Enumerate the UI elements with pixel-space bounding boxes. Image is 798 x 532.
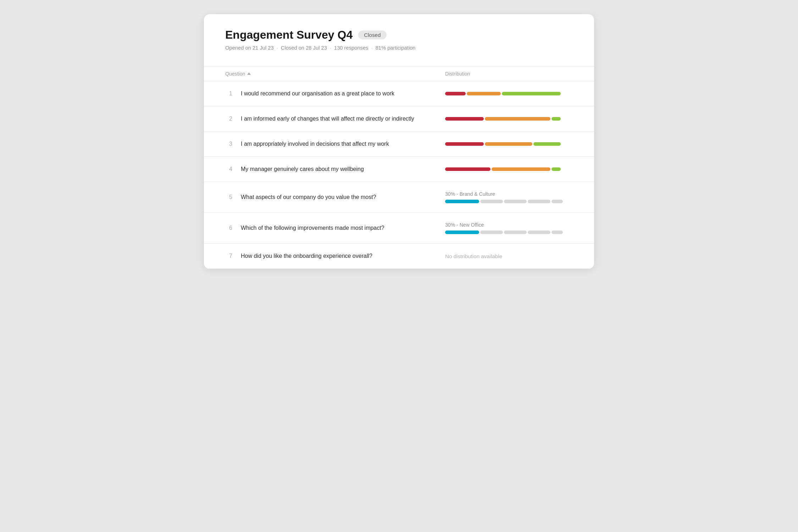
bar-row bbox=[445, 167, 573, 171]
title-row: Engagement Survey Q4 Closed bbox=[225, 28, 573, 41]
question-text: I am informed early of changes that will… bbox=[241, 116, 414, 122]
question-number: 2 bbox=[225, 116, 232, 122]
distribution-cell: 30% - Brand & Culture bbox=[445, 191, 573, 203]
question-number: 1 bbox=[225, 90, 232, 97]
bar-segment bbox=[485, 117, 551, 121]
question-number: 5 bbox=[225, 194, 232, 200]
bar-segment bbox=[480, 231, 503, 234]
survey-card: Engagement Survey Q4 Closed Opened on 21… bbox=[204, 14, 594, 269]
col-distribution-header: Distribution bbox=[445, 71, 573, 77]
bar-segment bbox=[445, 200, 479, 203]
sort-icon bbox=[247, 72, 251, 75]
table-row[interactable]: 5 What aspects of our company do you val… bbox=[204, 182, 594, 213]
meta-closed: Closed on 28 Jul 23 bbox=[281, 45, 327, 51]
table-header: Question Distribution bbox=[204, 66, 594, 81]
bar-segment bbox=[552, 167, 561, 171]
bar-segment bbox=[528, 200, 550, 203]
meta-sep-2: · bbox=[330, 45, 331, 51]
bar-segment bbox=[445, 117, 484, 121]
bar-segment bbox=[492, 167, 550, 171]
question-left: 5 What aspects of our company do you val… bbox=[225, 194, 445, 200]
meta-responses: 130 responses bbox=[334, 45, 368, 51]
bar-segment bbox=[467, 92, 501, 95]
bar-segment bbox=[504, 200, 527, 203]
bar-row bbox=[445, 142, 573, 146]
distribution-cell bbox=[445, 167, 573, 171]
bar-row bbox=[445, 117, 573, 121]
bar-row bbox=[445, 92, 573, 95]
question-left: 1 I would recommend our organisation as … bbox=[225, 90, 445, 97]
question-left: 7 How did you like the onboarding experi… bbox=[225, 253, 445, 259]
survey-title: Engagement Survey Q4 bbox=[225, 28, 353, 41]
table-row[interactable]: 3 I am appropriately involved in decisio… bbox=[204, 132, 594, 157]
col-question-header[interactable]: Question bbox=[225, 71, 251, 77]
question-text: I would recommend our organisation as a … bbox=[241, 90, 394, 97]
bar-segment bbox=[445, 231, 479, 234]
question-left: 4 My manager genuinely cares about my we… bbox=[225, 166, 445, 172]
question-number: 6 bbox=[225, 225, 232, 231]
bar-segment bbox=[445, 92, 466, 95]
question-text: How did you like the onboarding experien… bbox=[241, 253, 372, 259]
meta-opened: Opened on 21 Jul 23 bbox=[225, 45, 274, 51]
distribution-cell bbox=[445, 142, 573, 146]
question-text: I am appropriately involved in decisions… bbox=[241, 141, 389, 147]
bar-row bbox=[445, 231, 573, 234]
survey-header: Engagement Survey Q4 Closed Opened on 21… bbox=[204, 14, 594, 58]
distribution-cell bbox=[445, 92, 573, 95]
distribution-cell bbox=[445, 117, 573, 121]
question-left: 2 I am informed early of changes that wi… bbox=[225, 116, 445, 122]
bar-segment bbox=[552, 231, 563, 234]
bar-segment bbox=[445, 167, 491, 171]
bar-segment bbox=[485, 142, 532, 146]
question-text: What aspects of our company do you value… bbox=[241, 194, 376, 200]
bar-segment bbox=[533, 142, 561, 146]
distribution-cell: 30% - New Office bbox=[445, 222, 573, 234]
table-row[interactable]: 4 My manager genuinely cares about my we… bbox=[204, 157, 594, 182]
questions-list: 1 I would recommend our organisation as … bbox=[204, 81, 594, 269]
status-badge: Closed bbox=[358, 31, 386, 39]
question-left: 6 Which of the following improvements ma… bbox=[225, 225, 445, 231]
bar-segment bbox=[504, 231, 527, 234]
meta-sep-1: · bbox=[277, 45, 278, 51]
bar-segment bbox=[552, 200, 563, 203]
question-left: 3 I am appropriately involved in decisio… bbox=[225, 141, 445, 147]
bar-segment bbox=[502, 92, 561, 95]
no-distribution-label: No distribution available bbox=[445, 253, 502, 259]
bar-row bbox=[445, 200, 573, 203]
table-row[interactable]: 2 I am informed early of changes that wi… bbox=[204, 106, 594, 132]
question-text: Which of the following improvements made… bbox=[241, 225, 384, 231]
bar-segment bbox=[445, 142, 484, 146]
meta-sep-3: · bbox=[371, 45, 373, 51]
dist-label: 30% - New Office bbox=[445, 222, 484, 228]
dist-label: 30% - Brand & Culture bbox=[445, 191, 495, 197]
meta-participation: 81% participation bbox=[376, 45, 416, 51]
meta-row: Opened on 21 Jul 23 · Closed on 28 Jul 2… bbox=[225, 45, 573, 51]
bar-segment bbox=[480, 200, 503, 203]
table-row[interactable]: 7 How did you like the onboarding experi… bbox=[204, 244, 594, 269]
bar-segment bbox=[528, 231, 550, 234]
question-number: 4 bbox=[225, 166, 232, 172]
question-number: 7 bbox=[225, 253, 232, 259]
bar-segment bbox=[552, 117, 561, 121]
distribution-cell: No distribution available bbox=[445, 253, 573, 259]
table-row[interactable]: 1 I would recommend our organisation as … bbox=[204, 81, 594, 106]
question-text: My manager genuinely cares about my well… bbox=[241, 166, 364, 172]
question-number: 3 bbox=[225, 141, 232, 147]
table-row[interactable]: 6 Which of the following improvements ma… bbox=[204, 213, 594, 244]
